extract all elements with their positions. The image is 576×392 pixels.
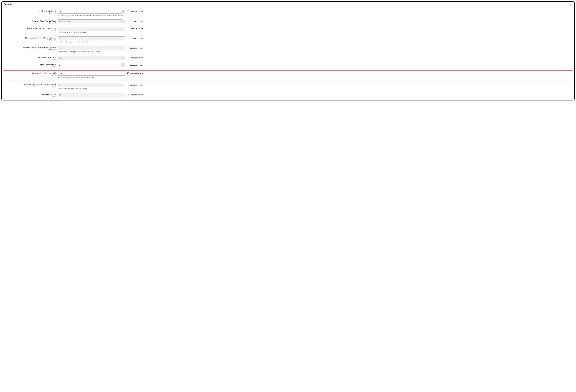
control-col: Please enter at least 60 and at most 315… — [58, 72, 125, 78]
add-secret-key-to-urls-select-value — [58, 56, 125, 60]
use-system-value-col: Use system value — [125, 20, 143, 22]
recovery-link-expiration-input — [58, 27, 125, 31]
field-row-login-case-sensitive: Login is Case Sensitive[global]Use syste… — [4, 62, 572, 67]
field-label: Recovery Link Expiration Period (hours) — [4, 27, 56, 29]
use-system-value-label: Use system value — [130, 20, 143, 22]
field-label: Admin Account Sharing — [4, 10, 56, 12]
field-scope: [store view] — [4, 12, 56, 14]
label-col: Maximum Login Failures to Lockout Accoun… — [4, 83, 58, 87]
chevron-down-icon[interactable] — [121, 10, 125, 14]
field-row-max-login-failures: Maximum Login Failures to Lockout Accoun… — [4, 83, 572, 90]
use-system-value-col: Use system value — [125, 36, 143, 39]
use-system-value-label: Use system value — [130, 94, 143, 96]
panel-title: Security — [4, 3, 12, 5]
help-text: Please enter a number 1 or greater in th… — [58, 31, 125, 33]
use-system-value-col: Use system value — [125, 56, 143, 59]
add-secret-key-to-urls-select — [58, 56, 125, 60]
use-system-value-col: Use system value — [125, 63, 143, 66]
collapse-toggle-icon[interactable] — [570, 3, 572, 5]
label-col: Admin Account Sharing[store view] — [4, 10, 58, 14]
login-case-sensitive-select[interactable] — [58, 63, 125, 67]
min-time-between-requests-input — [58, 46, 125, 50]
use-system-value-col: Use system value — [125, 46, 143, 49]
use-system-value-col: Use system value — [125, 72, 143, 74]
use-system-value-label: Use system value — [130, 64, 143, 66]
admin-account-sharing-select[interactable] — [58, 10, 125, 14]
use-system-value-label: Use system value — [130, 47, 143, 49]
admin-session-lifetime-input[interactable] — [58, 72, 125, 76]
field-row-admin-account-sharing: Admin Account Sharing[store view]If set … — [4, 9, 572, 16]
field-scope: [store view] — [4, 49, 56, 50]
control-col: Please enter a number 1 or greater in th… — [58, 27, 125, 33]
field-row-add-secret-key-to-urls: Add Secret Key to URLs[global]Use system… — [4, 55, 572, 60]
control-col — [58, 63, 125, 67]
use-system-value-checkbox[interactable] — [127, 84, 129, 86]
login-case-sensitive-select-value[interactable] — [58, 63, 125, 67]
label-col: Admin Session Lifetime (seconds)[global] — [4, 72, 58, 76]
field-label: Max Number of Password Reset Requests — [4, 37, 56, 39]
label-col: Lockout Time (minutes)[global] — [4, 93, 58, 97]
use-system-value-checkbox[interactable] — [127, 72, 129, 74]
field-row-recovery-link-expiration: Recovery Link Expiration Period (hours)[… — [4, 26, 572, 33]
control-col — [58, 20, 125, 23]
panel-header: Security — [4, 3, 572, 5]
use-system-value-label: Use system value — [130, 72, 143, 74]
use-system-value-label: Use system value — [130, 84, 143, 86]
control-col: We will disable this feature if the valu… — [58, 83, 125, 90]
control-col: Delay in minutes between password reset … — [58, 46, 125, 53]
field-scope: [global] — [4, 96, 56, 97]
control-col — [58, 56, 125, 60]
field-scope: [global] — [4, 74, 56, 76]
use-system-value-checkbox[interactable] — [127, 47, 129, 49]
use-system-value-checkbox[interactable] — [127, 57, 129, 59]
fields-container: Admin Account Sharing[store view]If set … — [4, 9, 572, 97]
field-scope: [global] — [4, 66, 56, 67]
field-scope: [store view] — [4, 22, 56, 24]
use-system-value-checkbox[interactable] — [127, 64, 129, 66]
field-label: Admin Session Lifetime (seconds) — [4, 72, 56, 74]
field-label: Maximum Login Failures to Lockout Accoun… — [4, 84, 56, 86]
label-col: Password Reset Protection Type[store vie… — [4, 20, 58, 24]
use-system-value-col: Use system value — [125, 83, 143, 86]
scrollbar-indicator — [574, 15, 574, 19]
field-scope: [global] — [4, 59, 56, 60]
field-row-admin-session-lifetime: Admin Session Lifetime (seconds)[global]… — [4, 70, 572, 80]
help-text: We will disable this feature if the valu… — [58, 88, 125, 90]
help-text: Limit the number of password reset reque… — [58, 41, 125, 43]
use-system-value-col: Use system value — [125, 27, 143, 30]
admin-account-sharing-select-value[interactable] — [58, 10, 125, 14]
field-row-password-reset-protection-type: Password Reset Protection Type[store vie… — [4, 19, 572, 24]
password-reset-protection-type-select-value — [58, 20, 125, 23]
use-system-value-col: Use system value — [125, 10, 143, 12]
help-text: If set to Yes, you can log in from multi… — [58, 14, 125, 16]
use-system-value-label: Use system value — [130, 10, 143, 12]
use-system-value-label: Use system value — [130, 57, 143, 59]
label-col: Add Secret Key to URLs[global] — [4, 56, 58, 60]
label-col: Recovery Link Expiration Period (hours)[… — [4, 27, 58, 31]
label-col: Max Number of Password Reset Requests[st… — [4, 36, 58, 40]
control-col — [58, 93, 125, 97]
field-scope: [global] — [4, 29, 56, 31]
security-panel: Security Admin Account Sharing[store vie… — [1, 1, 575, 100]
use-system-value-checkbox[interactable] — [127, 94, 129, 96]
use-system-value-label: Use system value — [130, 28, 143, 30]
field-label: Min Time Between Password Reset Requests — [4, 47, 56, 49]
control-col: If set to Yes, you can log in from multi… — [58, 10, 125, 16]
password-reset-protection-type-select — [58, 20, 125, 23]
label-col: Login is Case Sensitive[global] — [4, 63, 58, 67]
use-system-value-checkbox[interactable] — [127, 10, 129, 12]
chevron-down-icon — [121, 20, 125, 23]
field-row-lockout-time: Lockout Time (minutes)[global]Use system… — [4, 92, 572, 97]
field-label: Login is Case Sensitive — [4, 64, 56, 66]
use-system-value-col: Use system value — [125, 93, 143, 96]
chevron-down-icon[interactable] — [121, 63, 125, 67]
field-label: Add Secret Key to URLs — [4, 57, 56, 59]
field-row-min-time-between-requests: Min Time Between Password Reset Requests… — [4, 46, 572, 53]
use-system-value-checkbox[interactable] — [127, 28, 129, 30]
help-text: Please enter at least 60 and at most 315… — [58, 76, 125, 78]
label-col: Min Time Between Password Reset Requests… — [4, 46, 58, 50]
max-login-failures-input — [58, 83, 125, 87]
use-system-value-checkbox[interactable] — [127, 20, 129, 22]
use-system-value-checkbox[interactable] — [127, 37, 129, 39]
control-col: Limit the number of password reset reque… — [58, 36, 125, 43]
